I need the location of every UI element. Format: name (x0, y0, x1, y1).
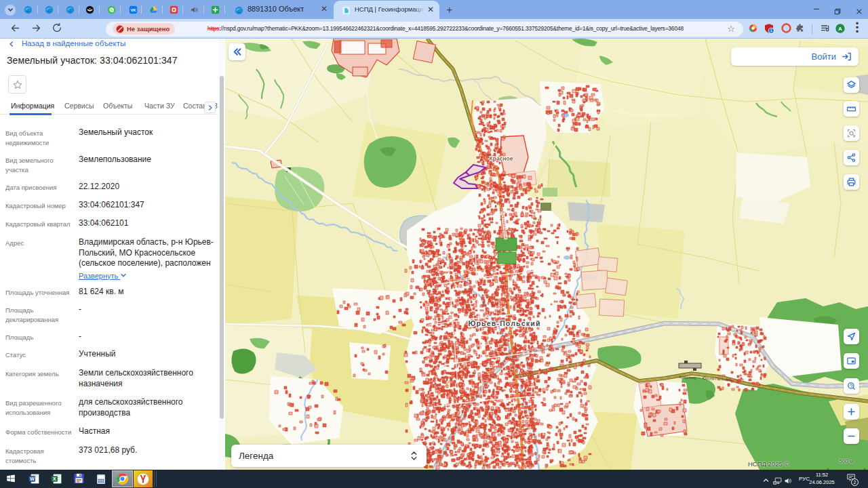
svg-text:W: W (30, 476, 35, 481)
svg-text:1: 1 (770, 28, 772, 33)
svg-text:VK: VK (130, 7, 136, 12)
svg-text:X: X (53, 476, 56, 481)
svg-text:Юрьев-Польский: Юрьев-Польский (468, 319, 540, 327)
svg-text:Красное: Красное (490, 155, 513, 162)
svg-text:A: A (838, 26, 842, 32)
